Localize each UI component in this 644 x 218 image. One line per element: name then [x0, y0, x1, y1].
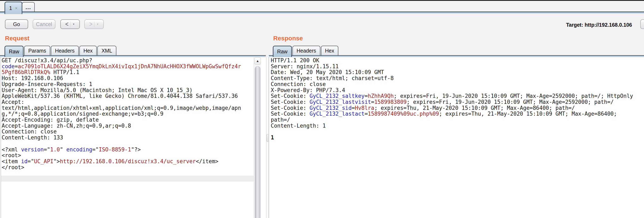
response-pane-border — [269, 55, 644, 57]
response-tab-hex[interactable]: Hex — [321, 46, 338, 55]
tab-label: Headers — [296, 48, 316, 54]
response-tab-headers[interactable]: Headers — [292, 46, 320, 55]
repeater-tab-label: 1 — [9, 5, 12, 11]
request-panel-title: Request — [5, 35, 29, 42]
request-caret-line-highlight — [1, 176, 254, 182]
request-tab-hex[interactable]: Hex — [79, 46, 97, 55]
close-icon[interactable]: × — [15, 6, 18, 11]
right-chevron-icon: > — [89, 21, 92, 28]
tab-label: Raw — [9, 49, 19, 55]
request-tab-params[interactable]: Params — [24, 46, 50, 55]
tab-label: Params — [28, 48, 46, 54]
tab-label: Headers — [55, 48, 74, 54]
request-scrollbar-thumb[interactable] — [255, 66, 260, 218]
go-button-label: Go — [13, 21, 20, 27]
target-host-label: Target: http://192.168.0.106 — [566, 22, 632, 28]
request-raw-text[interactable]: GET /discuz!x3.4/api/uc.php?code=ac7091o… — [2, 58, 242, 176]
response-raw-text[interactable]: HTTP/1.1 200 OK Server: nginx/1.15.11 Da… — [271, 58, 636, 141]
cancel-button-label: Cancel — [36, 21, 52, 27]
splitter-grip[interactable] — [266, 134, 268, 142]
tab-strip-border — [0, 12, 644, 14]
go-button[interactable]: Go — [5, 20, 28, 29]
request-tab-headers[interactable]: Headers — [51, 46, 79, 55]
tab-label: Raw — [277, 49, 288, 55]
left-chevron-icon: < — [65, 21, 68, 28]
next-request-button[interactable]: > ▼ — [84, 20, 104, 29]
button-divider — [70, 22, 70, 27]
tab-label: XML — [102, 48, 112, 54]
tab-label: Hex — [84, 48, 92, 54]
request-pane-border — [0, 55, 266, 57]
cancel-button[interactable]: Cancel — [33, 20, 56, 29]
response-tab-raw[interactable]: Raw — [273, 46, 292, 57]
response-panel-title: Response — [273, 35, 303, 42]
request-tab-raw[interactable]: Raw — [4, 46, 24, 57]
edit-target-button[interactable] — [640, 20, 644, 29]
scroll-up-icon[interactable]: ▲ — [254, 57, 261, 65]
previous-request-button[interactable]: < ▼ — [60, 20, 80, 29]
panel-splitter[interactable] — [266, 57, 268, 218]
repeater-tab-1[interactable]: 1 × — [4, 2, 22, 14]
chevron-down-icon[interactable]: ▼ — [72, 23, 75, 26]
tab-label: Hex — [325, 48, 334, 54]
repeater-tab-more-label: ... — [26, 4, 31, 10]
button-divider — [94, 22, 94, 27]
repeater-tab-bar — [0, 1, 644, 12]
request-tab-xml[interactable]: XML — [97, 46, 116, 55]
chevron-down-icon: ▼ — [96, 23, 99, 26]
response-view-tabs: Raw Headers Hex — [273, 46, 339, 55]
request-scrollbar[interactable]: ▲ — [254, 57, 261, 218]
repeater-tab-more[interactable]: ... — [22, 2, 35, 12]
request-view-tabs: Raw Params Headers Hex XML — [4, 46, 117, 55]
